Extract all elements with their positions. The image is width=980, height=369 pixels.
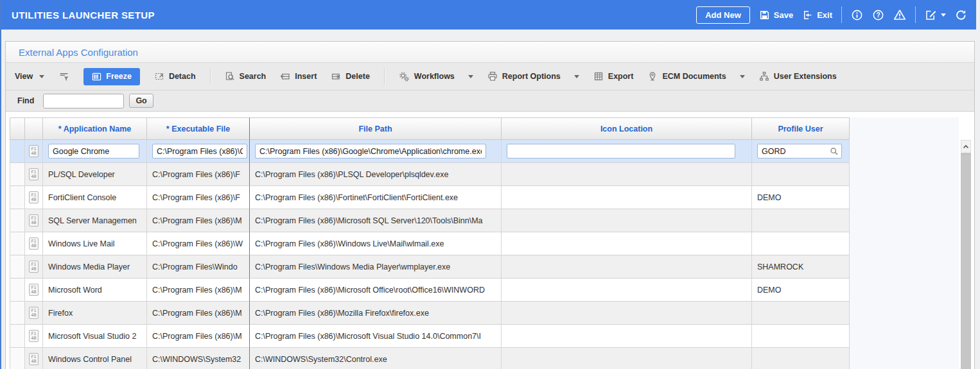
file-path-cell[interactable]: C:\Program Files (x86)\PLSQL Developer\p… — [250, 163, 502, 186]
file-path-cell[interactable]: C:\Program Files\Windows Media Player\wm… — [250, 255, 502, 279]
row-selector-cell[interactable] — [10, 186, 25, 209]
icon-location-cell[interactable] — [502, 255, 752, 279]
application-name-input[interactable] — [48, 144, 139, 159]
table-row[interactable]: F14B Firefox C:\Program Files (x86)\M C:… — [10, 302, 850, 325]
header-icon-location[interactable]: Icon Location — [502, 117, 752, 140]
executable-file-cell[interactable]: C:\Program Files (x86)\M — [147, 209, 250, 232]
file-path-cell[interactable]: C:\WINDOWS\System32\Control.exe — [250, 348, 502, 369]
user-extensions-button[interactable]: User Extensions — [759, 71, 837, 82]
file-path-cell[interactable]: C:\Program Files (x86)\Microsoft Visual … — [250, 325, 502, 348]
icon-location-cell[interactable] — [502, 348, 752, 369]
executable-file-cell[interactable]: C:\Program Files (x86)\M — [147, 302, 250, 325]
info-icon[interactable] — [851, 9, 863, 21]
row-icon-cell[interactable]: F14B — [25, 163, 43, 186]
table-row[interactable]: F14B Windows Media Player C:\Program Fil… — [10, 255, 850, 279]
executable-file-cell[interactable]: C:\Program Files (x86)\F — [147, 186, 250, 209]
row-icon-cell[interactable]: F14B — [25, 255, 43, 279]
file-path-input[interactable] — [255, 144, 486, 159]
row-selector-cell[interactable] — [10, 232, 25, 255]
icon-location-cell[interactable] — [502, 325, 752, 348]
edit-menu-button[interactable] — [925, 9, 946, 21]
application-name-cell[interactable]: Firefox — [43, 302, 147, 325]
file-path-cell[interactable]: C:\Program Files (x86)\Mozilla Firefox\f… — [250, 302, 502, 325]
row-selector-cell[interactable] — [10, 302, 25, 325]
help-icon[interactable]: ? — [872, 9, 884, 21]
profile-user-cell[interactable] — [752, 163, 850, 186]
table-row-selected[interactable]: F14B — [10, 140, 850, 163]
profile-user-cell[interactable]: DEMO — [752, 279, 850, 302]
row-icon-cell[interactable]: F14B — [25, 279, 43, 302]
icon-location-cell[interactable] — [502, 279, 752, 302]
scrollbar-thumb[interactable] — [961, 153, 971, 369]
row-icon-cell[interactable]: F14B — [25, 209, 43, 232]
application-name-cell[interactable]: SQL Server Managemen — [43, 209, 147, 232]
detach-button[interactable]: Detach — [154, 71, 196, 82]
table-row[interactable]: F14B Microsoft Visual Studio 2 C:\Progra… — [10, 325, 850, 348]
view-menu[interactable]: View — [15, 72, 44, 81]
exit-button[interactable]: Exit — [802, 10, 832, 21]
find-input[interactable] — [43, 94, 124, 108]
vertical-scrollbar[interactable] — [961, 140, 971, 369]
row-icon-cell[interactable]: F14B — [25, 232, 43, 255]
application-name-cell[interactable]: Windows Control Panel — [43, 348, 147, 369]
executable-file-cell[interactable]: C:\WINDOWS\System32 — [147, 348, 250, 369]
icon-location-cell[interactable] — [502, 302, 752, 325]
ecm-documents-menu[interactable]: ECM Documents — [647, 71, 744, 82]
executable-file-cell[interactable]: C:\Program Files (x86)\M — [147, 325, 250, 348]
application-name-cell[interactable]: Windows Live Mail — [43, 232, 147, 255]
profile-user-cell[interactable] — [752, 348, 850, 369]
table-row[interactable]: F14B Microsoft Word C:\Program Files (x8… — [10, 279, 850, 302]
go-button[interactable]: Go — [129, 94, 153, 108]
profile-user-cell[interactable] — [752, 209, 850, 232]
application-name-cell[interactable]: FortiClient Console — [43, 186, 147, 209]
freeze-button[interactable]: Freeze — [83, 68, 140, 85]
icon-location-cell[interactable] — [502, 209, 752, 232]
scroll-up-button[interactable] — [961, 140, 971, 153]
profile-user-cell[interactable]: SHAMROCK — [752, 255, 850, 279]
table-row[interactable]: F14B SQL Server Managemen C:\Program Fil… — [10, 209, 850, 232]
executable-file-input[interactable] — [152, 144, 247, 159]
row-selector-cell[interactable] — [10, 348, 25, 369]
add-new-button[interactable]: Add New — [696, 6, 750, 24]
row-selector-cell[interactable] — [10, 163, 25, 186]
icon-location-input[interactable] — [507, 144, 735, 159]
profile-user-cell[interactable] — [752, 302, 850, 325]
query-by-example-icon[interactable] — [58, 71, 69, 82]
row-selector-cell[interactable] — [10, 325, 25, 348]
application-name-cell[interactable]: PL/SQL Developer — [43, 163, 147, 186]
row-selector-cell[interactable] — [10, 279, 25, 302]
application-name-cell[interactable]: Microsoft Word — [43, 279, 147, 302]
header-profile-user[interactable]: Profile User — [752, 117, 850, 140]
profile-user-cell[interactable]: DEMO — [752, 186, 850, 209]
row-icon-cell[interactable]: F14B — [25, 186, 43, 209]
save-button[interactable]: Save — [759, 10, 793, 21]
insert-button[interactable]: Insert — [280, 71, 317, 82]
executable-file-cell[interactable]: C:\Program Files\Windo — [147, 255, 250, 279]
table-row[interactable]: F14B FortiClient Console C:\Program File… — [10, 186, 850, 209]
icon-location-cell[interactable] — [502, 232, 752, 255]
row-icon-cell[interactable]: F14B — [25, 140, 43, 163]
icon-location-cell[interactable] — [502, 163, 752, 186]
warning-icon[interactable] — [893, 8, 906, 21]
profile-user-cell[interactable] — [752, 325, 850, 348]
row-selector-cell[interactable] — [10, 255, 25, 279]
report-options-menu[interactable]: Report Options — [487, 71, 579, 82]
refresh-icon[interactable] — [955, 9, 967, 21]
row-selector-cell[interactable] — [10, 209, 25, 232]
executable-file-cell[interactable]: C:\Program Files (x86)\W — [147, 232, 250, 255]
application-name-cell[interactable]: Windows Media Player — [43, 255, 147, 279]
profile-user-cell[interactable] — [752, 232, 850, 255]
row-selector-cell[interactable] — [10, 140, 25, 163]
file-path-cell[interactable]: C:\Program Files (x86)\Microsoft Office\… — [250, 279, 502, 302]
workflows-menu[interactable]: Workflows — [399, 71, 473, 82]
header-file-path[interactable]: File Path — [250, 117, 502, 140]
application-name-cell[interactable]: Microsoft Visual Studio 2 — [43, 325, 147, 348]
file-path-cell[interactable]: C:\Program Files (x86)\Fortinet\FortiCli… — [250, 186, 502, 209]
export-button[interactable]: Export — [593, 71, 634, 82]
header-executable-file[interactable]: * Executable File — [147, 117, 250, 140]
delete-button[interactable]: Delete — [331, 71, 370, 82]
table-row[interactable]: F14B PL/SQL Developer C:\Program Files (… — [10, 163, 850, 186]
row-icon-cell[interactable]: F14B — [25, 325, 43, 348]
row-icon-cell[interactable]: F14B — [25, 348, 43, 369]
icon-location-cell[interactable] — [502, 186, 752, 209]
